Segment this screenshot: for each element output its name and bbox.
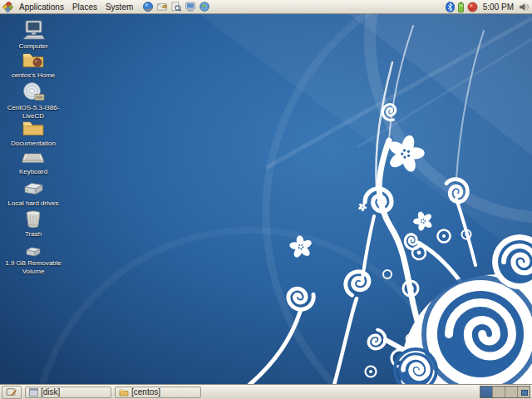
- battery-icon[interactable]: [457, 2, 465, 12]
- keyboard-icon: [21, 149, 46, 167]
- show-desktop-icon: [6, 387, 17, 397]
- workspace-4[interactable]: [517, 387, 530, 397]
- volume-icon[interactable]: [519, 2, 530, 12]
- search-tool-launcher[interactable]: [170, 1, 182, 13]
- desktop-icon-removable-volume[interactable]: 1.9 GB Removable Volume: [1, 245, 66, 276]
- desktop-wallpaper: [0, 14, 532, 384]
- globe-launcher[interactable]: [198, 1, 210, 13]
- desktop-icon-computer[interactable]: Computer: [1, 20, 66, 51]
- desktop-icon-label: centos's Home: [12, 71, 56, 80]
- centos-logo-icon[interactable]: [2, 2, 13, 12]
- bluetooth-icon[interactable]: [446, 2, 455, 12]
- window-icon: [29, 388, 38, 397]
- removable-volume-icon: [23, 245, 43, 259]
- globe-icon: [199, 1, 210, 12]
- desktop-icon-trash[interactable]: Trash: [1, 208, 66, 239]
- email-launcher[interactable]: [155, 1, 168, 13]
- workspace-1[interactable]: [480, 387, 492, 397]
- desktop-icon-label: 1.9 GB Removable Volume: [1, 259, 66, 276]
- workspace-window-thumbnail: [521, 390, 528, 396]
- computer-icon: [21, 20, 46, 42]
- display-icon: [185, 1, 196, 12]
- clock[interactable]: 5:00 PM: [480, 2, 516, 12]
- menu-places[interactable]: Places: [68, 0, 101, 13]
- desktop-icon-keyboard[interactable]: Keyboard: [1, 149, 66, 176]
- email-icon: [156, 1, 168, 12]
- home-folder-icon: [21, 49, 46, 71]
- taskbar-window-centos[interactable]: [centos]: [115, 387, 201, 398]
- hard-drive-icon: [21, 180, 46, 199]
- panel-launchers: [141, 1, 210, 13]
- desktop-icon-label: Documentation: [11, 140, 56, 148]
- menu-applications[interactable]: Applications: [15, 0, 68, 13]
- desktop-icon-local-hard-drives[interactable]: Local hard drives: [1, 180, 66, 208]
- workspace-switcher: [480, 386, 530, 398]
- search-document-icon: [170, 1, 182, 12]
- display-launcher[interactable]: [184, 1, 196, 13]
- menu-system[interactable]: System: [101, 0, 137, 13]
- cd-rom-icon: [21, 81, 46, 103]
- top-panel-status-area: 5:00 PM: [446, 2, 532, 12]
- workspace-2[interactable]: [492, 387, 505, 397]
- desktop-icon-label: Trash: [25, 230, 42, 239]
- taskbar-window-label: [centos]: [131, 387, 160, 397]
- web-browser-icon: [142, 1, 154, 12]
- desktop-icon-documentation[interactable]: Documentation: [1, 117, 66, 148]
- trash-icon: [21, 208, 46, 229]
- web-browser-launcher[interactable]: [141, 1, 154, 13]
- desktop-icon-label: Keyboard: [19, 168, 47, 176]
- folder-icon: [119, 388, 129, 397]
- desktop-icon-home[interactable]: centos's Home: [1, 49, 66, 80]
- software-update-icon[interactable]: [467, 2, 478, 12]
- screen: Applications Places System: [0, 0, 532, 399]
- folder-icon: [21, 117, 46, 139]
- show-desktop-button[interactable]: [2, 386, 22, 399]
- workspace-3[interactable]: [505, 387, 517, 397]
- top-panel: Applications Places System: [0, 0, 532, 14]
- desktop-icon-livecd[interactable]: CentOS-5.3-i386-LiveCD: [1, 81, 66, 121]
- bottom-panel: [disk] [centos]: [0, 384, 532, 399]
- desktop[interactable]: Computer centos's Home CentOS-5.3-i386-L…: [0, 14, 532, 384]
- taskbar-window-disk[interactable]: [disk]: [25, 387, 111, 398]
- taskbar-window-label: [disk]: [41, 387, 60, 397]
- desktop-icon-label: Local hard drives: [8, 200, 59, 208]
